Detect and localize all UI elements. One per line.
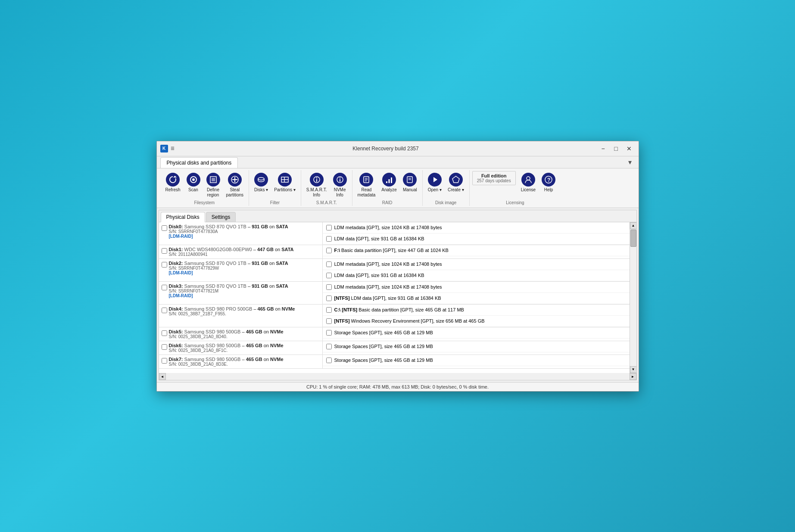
disk-right-cell-disk5: Storage Spaces [GPT], size 465 GB at 129… <box>323 327 630 341</box>
partition-checkbox-disk4-0[interactable] <box>326 307 332 313</box>
disk-info-disk1: Disk1: WDC WDS480G2G0B-00EPW0 – 447 GB o… <box>169 247 294 257</box>
disk-info-disk0: Disk0: Samsung SSD 870 QVO 1TB – 931 GB … <box>169 224 288 239</box>
scroll-right-button[interactable]: ► <box>630 373 636 380</box>
partition-row-disk2-0: LDM metadata [GPT], size 1024 KB at 1740… <box>323 259 630 270</box>
partition-row-disk5-0: Storage Spaces [GPT], size 465 GB at 129… <box>323 327 630 339</box>
ribbon-group-filesystem: Refresh Scan Defineregion <box>160 170 249 206</box>
disk-image-group-label: Disk image <box>435 200 456 205</box>
horizontal-scrollbar: ◄ ► <box>159 373 636 380</box>
disk-checkbox-disk1[interactable] <box>162 248 167 254</box>
partition-checkbox-disk0-0[interactable] <box>326 225 332 230</box>
partition-checkbox-disk0-1[interactable] <box>326 236 332 242</box>
disk-checkbox-disk4[interactable] <box>162 308 167 313</box>
scroll-track <box>630 229 636 366</box>
disk-info-disk3: Disk3: Samsung SSD 870 QVO 1TB – 931 GB … <box>169 283 288 298</box>
close-button[interactable]: ✕ <box>623 144 635 153</box>
partition-checkbox-disk6-0[interactable] <box>326 344 332 349</box>
partition-row-disk6-0: Storage Spaces [GPT], size 465 GB at 129… <box>323 341 630 352</box>
disk-checkbox-disk3[interactable] <box>162 285 167 290</box>
disk-checkbox-disk2[interactable] <box>162 262 167 268</box>
raid-buttons: Readmetadata Analyze Manual <box>355 171 420 199</box>
analyze-button[interactable]: Analyze <box>379 171 399 194</box>
help-icon: ? <box>542 173 555 187</box>
partitions-button[interactable]: Partitions ▾ <box>271 171 298 194</box>
partition-checkbox-disk3-1[interactable] <box>326 296 332 301</box>
disk-extra-disk3: [LDM-RAID] <box>169 293 288 298</box>
tab-settings[interactable]: Settings <box>206 212 236 222</box>
title-bar: K ☰ Klennet Recovery build 2357 − □ ✕ <box>157 141 639 156</box>
disks-button[interactable]: Disks ▾ <box>252 171 271 194</box>
create-button[interactable]: Create ▾ <box>445 171 467 194</box>
filter-buttons: Disks ▾ Partitions ▾ <box>252 171 298 199</box>
partition-text-disk2-0: LDM metadata [GPT], size 1024 KB at 1740… <box>334 261 442 267</box>
disk-checkbox-disk0[interactable] <box>162 225 167 231</box>
svg-rect-22 <box>386 181 387 183</box>
steal-partitions-button[interactable]: Stealpartitions <box>224 171 246 199</box>
partition-checkbox-disk2-1[interactable] <box>326 273 332 278</box>
disk-checkbox-disk6[interactable] <box>162 344 167 350</box>
disk-table[interactable]: Disk0: Samsung SSD 870 QVO 1TB – 931 GB … <box>159 222 636 373</box>
disk-image-buttons: Open ▾ Create ▾ <box>425 171 467 199</box>
disk-serial-disk3: S/N: S5RRNF0T477821M <box>169 289 288 293</box>
license-button[interactable]: License <box>518 171 538 194</box>
smart-buttons: S.M.A.R.T.Info NVMeInfo <box>304 171 349 199</box>
disk-right-cell-disk0: LDM metadata [GPT], size 1024 KB at 1740… <box>323 222 630 245</box>
disk-info-disk4: Disk4: Samsung SSD 980 PRO 500GB – 465 G… <box>169 306 295 316</box>
partition-checkbox-disk3-0[interactable] <box>326 284 332 290</box>
read-metadata-button[interactable]: Readmetadata <box>355 171 378 199</box>
svg-rect-4 <box>212 178 215 181</box>
disk-left-cell-disk4: Disk4: Samsung SSD 980 PRO 500GB – 465 G… <box>159 305 323 327</box>
partition-checkbox-disk5-0[interactable] <box>326 330 332 336</box>
smart-info-label: S.M.A.R.T.Info <box>306 187 327 198</box>
define-region-button[interactable]: Defineregion <box>204 171 223 199</box>
partition-checkbox-disk4-1[interactable] <box>326 318 332 324</box>
disk-left-cell-disk0: Disk0: Samsung SSD 870 QVO 1TB – 931 GB … <box>159 222 323 245</box>
analyze-label: Analyze <box>381 187 397 193</box>
minimize-button[interactable]: − <box>597 144 609 153</box>
disk-left-cell-disk3: Disk3: Samsung SSD 870 QVO 1TB – 931 GB … <box>159 282 323 304</box>
maximize-button[interactable]: □ <box>610 144 622 153</box>
smart-info-button[interactable]: S.M.A.R.T.Info <box>304 171 330 199</box>
scroll-down-button[interactable]: ▼ <box>630 366 636 373</box>
partition-row-disk2-1: LDM data [GPT], size 931 GB at 16384 KB <box>323 270 630 281</box>
ribbon-group-licensing: Full edition 257 days updates License ? … <box>470 170 561 206</box>
partition-row-disk1-0: F:\ Basic data partition [GPT], size 447… <box>323 245 630 256</box>
disk-name-line-disk3: Disk3: Samsung SSD 870 QVO 1TB – 931 GB … <box>169 283 288 289</box>
tab-physical-disks[interactable]: Physical Disks <box>161 212 205 222</box>
partition-row-disk0-1: LDM data [GPT], size 931 GB at 16384 KB <box>323 233 630 245</box>
manual-button[interactable]: Manual <box>400 171 420 194</box>
scroll-up-button[interactable]: ▲ <box>630 222 636 229</box>
disk-row-disk5: Disk5: Samsung SSD 980 500GB – 465 GB on… <box>159 327 630 341</box>
tab-dropdown-button[interactable]: ▾ <box>625 156 635 168</box>
main-content: Physical Disks Settings Disk0: Samsung S… <box>159 210 637 380</box>
manual-icon <box>403 173 417 187</box>
scroll-left-button[interactable]: ◄ <box>159 373 166 380</box>
disk-checkbox-disk5[interactable] <box>162 330 167 336</box>
scan-label: Scan <box>188 187 198 193</box>
svg-rect-24 <box>391 177 392 183</box>
disk-checkbox-disk7[interactable] <box>162 358 167 364</box>
partition-checkbox-disk7-0[interactable] <box>326 358 332 363</box>
open-button[interactable]: Open ▾ <box>425 171 444 194</box>
partition-text-disk4-1: [NTFS] Windows Recovery Environment [GPT… <box>334 318 485 324</box>
partitions-label: Partitions ▾ <box>274 187 295 193</box>
hamburger-menu[interactable]: ☰ <box>171 146 175 151</box>
svg-point-30 <box>527 177 530 180</box>
disk-left-cell-disk1: Disk1: WDC WDS480G2G0B-00EPW0 – 447 GB o… <box>159 245 323 258</box>
disk-info-disk5: Disk5: Samsung SSD 980 500GB – 465 GB on… <box>169 329 284 339</box>
disk-serial-disk2: S/N: S5RRNF0T477829W <box>169 266 288 271</box>
partition-checkbox-disk2-0[interactable] <box>326 261 332 267</box>
scroll-thumb[interactable] <box>630 230 636 247</box>
disk-right-cell-disk7: Storage Spaces [GPT], size 465 GB at 129… <box>323 355 630 368</box>
nvme-info-button[interactable]: NVMeInfo <box>330 171 349 199</box>
help-button[interactable]: ? Help <box>539 171 558 194</box>
partition-text-disk3-0: LDM metadata [GPT], size 1024 KB at 1740… <box>334 284 442 289</box>
partition-checkbox-disk1-0[interactable] <box>326 248 332 253</box>
main-tab[interactable]: Physical disks and partitions <box>160 157 238 168</box>
partition-row-disk3-1: [NTFS] LDM data [GPT], size 931 GB at 16… <box>323 293 630 304</box>
refresh-button[interactable]: Refresh <box>163 171 183 194</box>
days-label: 257 days updates <box>477 178 511 183</box>
partition-text-disk7-0: Storage Spaces [GPT], size 465 GB at 129… <box>334 358 433 363</box>
disk-name-line-disk4: Disk4: Samsung SSD 980 PRO 500GB – 465 G… <box>169 306 295 311</box>
scan-button[interactable]: Scan <box>184 171 203 194</box>
